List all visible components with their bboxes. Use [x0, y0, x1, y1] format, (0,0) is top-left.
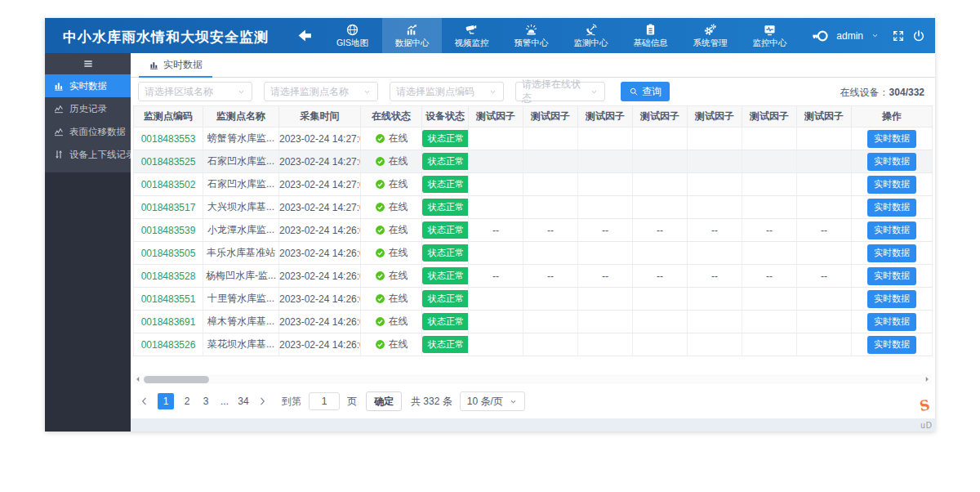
page-number-2[interactable]: 2	[181, 396, 193, 407]
scroll-left-icon[interactable]	[133, 374, 143, 384]
cell-online-status: 在线	[361, 288, 422, 311]
back-button[interactable]	[294, 27, 315, 44]
page-size-select[interactable]: 10 条/页	[460, 391, 525, 411]
realtime-data-button[interactable]: 实时数据	[867, 244, 916, 262]
nav-item-监测中心[interactable]: 监测中心	[561, 18, 621, 53]
realtime-data-button[interactable]: 实时数据	[867, 153, 916, 171]
column-header: 在线状态	[361, 106, 422, 127]
table-row: 0018483526菜花坝水库基...2023-02-24 14:26:00在线…	[134, 333, 933, 356]
sidebar-item-设备上下线记录[interactable]: 设备上下线记录	[45, 143, 131, 166]
page-number-34[interactable]: 34	[238, 396, 249, 407]
sidebar-item-实时数据[interactable]: 实时数据	[45, 74, 131, 97]
cell-test-factor	[688, 173, 742, 196]
chevron-down-icon[interactable]	[871, 31, 880, 40]
user-key-icon[interactable]	[811, 27, 829, 45]
cell-station-name: 杨梅凹水库-监...	[203, 265, 279, 288]
cell-collect-time: 2023-02-24 14:26:00	[279, 333, 361, 356]
cell-test-factor	[633, 173, 688, 196]
cell-test-factor	[797, 311, 852, 333]
cell-device-status: 状态正常	[422, 196, 469, 219]
filter-select[interactable]: 请选择监测点编码	[390, 82, 504, 101]
goto-page-input[interactable]	[309, 392, 340, 410]
cell-test-factor	[578, 127, 633, 150]
confirm-button[interactable]: 确定	[366, 391, 402, 411]
service-widget-logo[interactable]: S	[918, 396, 931, 414]
cell-test-factor	[469, 242, 523, 265]
cell-device-status: 状态正常	[422, 242, 469, 265]
back-arrow-icon	[294, 27, 315, 44]
check-circle-icon	[375, 339, 385, 350]
chevron-down-icon	[237, 87, 246, 96]
realtime-data-button[interactable]: 实时数据	[867, 290, 916, 308]
cell-test-factor	[469, 173, 523, 196]
scrollbar-thumb[interactable]	[144, 376, 209, 383]
cell-test-factor	[578, 242, 633, 265]
realtime-data-button[interactable]: 实时数据	[867, 199, 916, 217]
cell-test-factor	[469, 288, 523, 311]
check-circle-icon	[375, 225, 385, 235]
line-chart-icon	[53, 103, 65, 114]
cell-action: 实时数据	[852, 311, 933, 333]
nav-item-视频监控[interactable]: 视频监控	[442, 18, 501, 53]
menu-toggle-button[interactable]	[45, 53, 131, 74]
realtime-data-button[interactable]: 实时数据	[867, 130, 916, 148]
cell-device-status: 状态正常	[422, 265, 469, 288]
chevron-down-icon	[590, 87, 599, 96]
cell-device-status: 状态正常	[422, 311, 469, 333]
column-header: 监测点名称	[203, 106, 279, 127]
cell-device-status: 状态正常	[422, 288, 469, 311]
cell-station-code: 0018483525	[134, 150, 203, 173]
power-icon[interactable]	[912, 29, 925, 42]
page-number-1[interactable]: 1	[158, 393, 174, 409]
realtime-data-button[interactable]: 实时数据	[867, 221, 916, 239]
clipboard-icon	[644, 23, 657, 37]
cell-test-factor: --	[578, 219, 633, 242]
nav-item-数据中心[interactable]: 数据中心	[382, 18, 442, 53]
prev-page-icon[interactable]	[139, 396, 150, 407]
sidebar-item-历史记录[interactable]: 历史记录	[45, 97, 131, 120]
nav-item-GIS地图[interactable]: GIS地图	[323, 18, 382, 53]
realtime-data-button[interactable]: 实时数据	[867, 176, 916, 194]
cell-collect-time: 2023-02-24 14:27:00	[279, 127, 361, 150]
scroll-right-icon[interactable]	[922, 374, 932, 384]
search-icon	[629, 87, 639, 96]
cell-test-factor: --	[688, 265, 742, 288]
cell-online-status: 在线	[361, 196, 422, 219]
search-button[interactable]: 查询	[621, 82, 670, 101]
cell-station-code: 0018483691	[134, 311, 203, 333]
cell-station-name: 小龙潭水库监...	[203, 219, 279, 242]
app-window: 中小水库雨水情和大坝安全监测 GIS地图 数据中心 视频监控 预警中心 监测中心…	[45, 18, 935, 432]
cell-test-factor	[742, 288, 797, 311]
nav-item-label: 视频监控	[455, 38, 489, 49]
realtime-data-button[interactable]: 实时数据	[867, 313, 916, 331]
horizontal-scrollbar[interactable]	[133, 374, 932, 384]
filter-select[interactable]: 请选择监测点名称	[264, 82, 378, 101]
cell-station-code: 0018483526	[134, 333, 203, 356]
nav-item-预警中心[interactable]: 预警中心	[501, 18, 561, 53]
sidebar-item-label: 设备上下线记录	[69, 149, 136, 161]
check-circle-icon	[375, 316, 385, 327]
nav-item-系统管理[interactable]: 系统管理	[680, 18, 740, 53]
page-number-3[interactable]: 3	[200, 396, 212, 407]
next-page-icon[interactable]	[256, 396, 268, 407]
check-circle-icon	[375, 293, 385, 304]
chevron-down-icon	[363, 87, 372, 96]
tab-realtime-data[interactable]: 实时数据	[139, 53, 212, 78]
realtime-data-button[interactable]: 实时数据	[867, 267, 916, 285]
filter-select[interactable]: 请选择在线状态	[515, 82, 605, 101]
tab-label: 实时数据	[163, 58, 203, 72]
cell-test-factor	[633, 196, 688, 219]
nav-item-基础信息[interactable]: 基础信息	[621, 18, 680, 53]
expand-icon[interactable]	[892, 29, 905, 42]
select-placeholder: 请选择区域名称	[145, 85, 213, 99]
chart-icon	[405, 23, 419, 37]
cell-action: 实时数据	[852, 219, 933, 242]
nav-item-监控中心[interactable]: 监控中心	[740, 18, 800, 53]
cell-test-factor	[633, 333, 688, 356]
cell-station-code: 0018483553	[134, 127, 203, 150]
username[interactable]: admin	[836, 30, 863, 42]
realtime-data-button[interactable]: 实时数据	[867, 336, 916, 354]
filter-select[interactable]: 请选择区域名称	[138, 82, 252, 101]
cell-device-status: 状态正常	[422, 173, 469, 196]
sidebar-item-表面位移数据[interactable]: 表面位移数据	[45, 120, 131, 143]
